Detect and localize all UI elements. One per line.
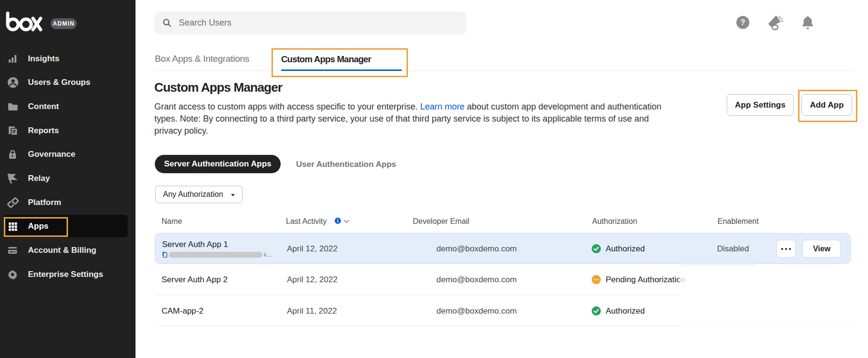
svg-text:?: ?	[741, 18, 746, 27]
